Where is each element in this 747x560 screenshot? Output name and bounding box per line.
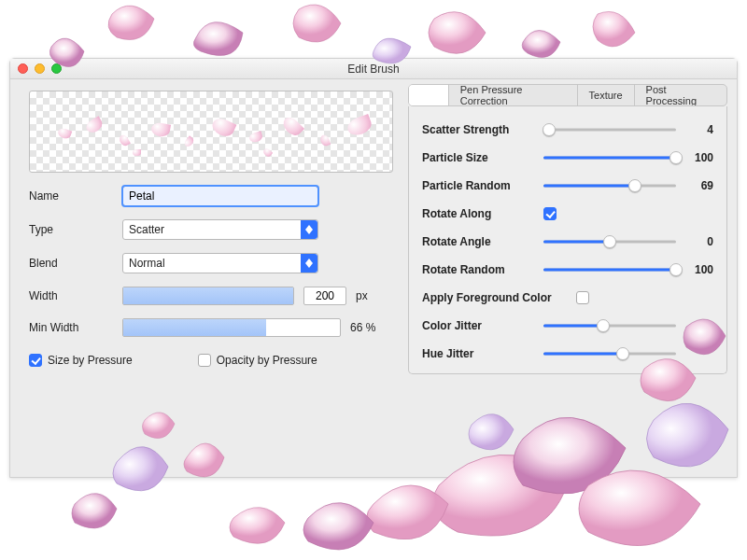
blend-select[interactable]: Normal (122, 253, 318, 273)
minwidth-value: 66 % (350, 321, 388, 334)
tab-texture[interactable]: Texture (578, 85, 635, 105)
tab-main[interactable] (409, 85, 449, 105)
rotate-random-label: Rotate Random (422, 263, 534, 276)
right-panel: Pen Pressure Correction Texture Post Pro… (402, 79, 737, 477)
titlebar[interactable]: Edit Brush (10, 59, 737, 79)
rotate-along-label: Rotate Along (422, 207, 534, 220)
hue-jitter-label: Hue Jitter (422, 347, 534, 360)
rotate-angle-value: 0 (685, 235, 713, 248)
rotate-angle-label: Rotate Angle (422, 235, 534, 248)
rotate-random-value: 100 (685, 263, 713, 276)
minwidth-label: Min Width (29, 321, 113, 334)
size-by-pressure-check[interactable]: Size by Pressure (29, 354, 133, 367)
scatter-strength-label: Scatter Strength (422, 123, 534, 136)
rotate-random-slider[interactable] (543, 261, 676, 278)
color-jitter-label: Color Jitter (422, 319, 534, 332)
edit-brush-window: Edit Brush Name (9, 58, 738, 478)
particle-size-label: Particle Size (422, 151, 534, 164)
type-value: Scatter (129, 223, 164, 236)
scatter-panel: Scatter Strength 4 Particle Size 100 (408, 106, 727, 374)
close-icon[interactable] (18, 63, 28, 74)
type-label: Type (29, 223, 113, 236)
blend-label: Blend (29, 257, 113, 270)
width-bar[interactable] (122, 287, 294, 305)
checkbox-icon (198, 354, 211, 367)
scatter-strength-slider[interactable] (543, 121, 676, 138)
particle-random-slider[interactable] (543, 177, 676, 194)
maximize-icon[interactable] (51, 63, 62, 74)
rotate-angle-slider[interactable] (543, 233, 676, 250)
apply-fg-label: Apply Foreground Color (422, 291, 567, 304)
type-select[interactable]: Scatter (122, 219, 318, 240)
minimize-icon[interactable] (35, 63, 45, 74)
width-value[interactable] (303, 287, 346, 305)
name-label: Name (29, 189, 113, 203)
blend-value: Normal (129, 257, 165, 270)
brush-preview (29, 91, 393, 173)
chevron-updown-icon (301, 220, 317, 239)
apply-fg-check[interactable] (576, 291, 589, 304)
tabbar: Pen Pressure Correction Texture Post Pro… (408, 84, 727, 106)
minwidth-bar[interactable] (122, 318, 341, 337)
opacity-by-pressure-check[interactable]: Opacity by Pressure (198, 354, 317, 367)
tab-pen-pressure[interactable]: Pen Pressure Correction (449, 85, 578, 105)
scatter-strength-value: 4 (685, 123, 713, 136)
left-panel: Name Type Scatter Blend Normal (10, 79, 402, 477)
window-controls (18, 63, 62, 74)
particle-random-label: Particle Random (422, 179, 534, 192)
checkbox-icon (29, 354, 42, 367)
particle-size-value: 100 (685, 151, 713, 164)
tab-post-processing[interactable]: Post Processing (635, 85, 726, 105)
chevron-updown-icon (301, 254, 317, 273)
particle-size-slider[interactable] (543, 149, 676, 166)
window-title: Edit Brush (10, 63, 737, 76)
rotate-along-check[interactable] (543, 207, 557, 220)
color-jitter-slider[interactable] (543, 317, 676, 334)
width-unit: px (356, 289, 388, 302)
hue-jitter-slider[interactable] (543, 345, 676, 362)
name-field[interactable] (122, 186, 318, 206)
particle-random-value: 69 (685, 179, 713, 192)
width-label: Width (29, 289, 113, 302)
